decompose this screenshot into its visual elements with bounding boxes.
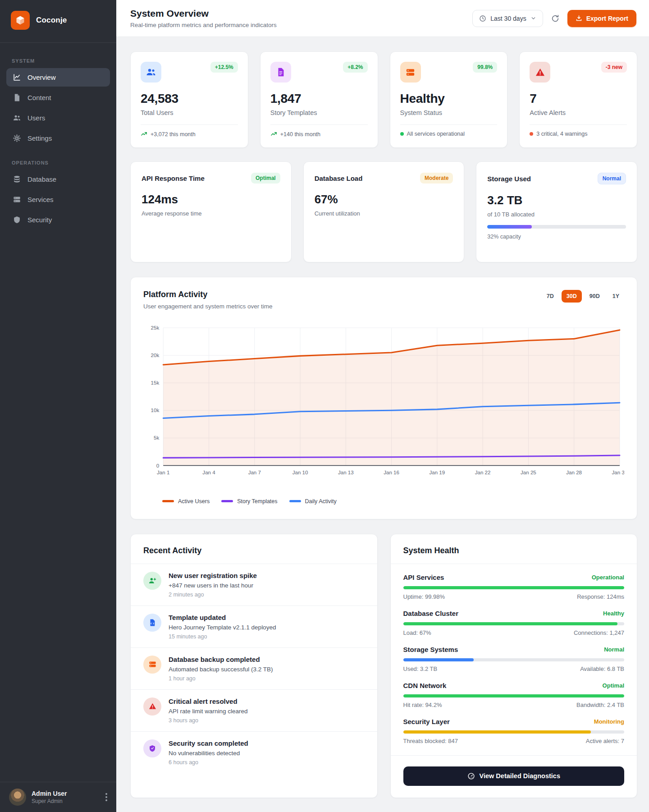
user-plus-icon xyxy=(143,572,161,590)
system-health-panel: System Health API Services Operational U… xyxy=(390,534,638,798)
svg-text:20k: 20k xyxy=(151,353,160,358)
metric-title: Storage Used xyxy=(487,175,531,183)
health-bar-fill xyxy=(403,730,591,734)
sidebar-item-services[interactable]: Services xyxy=(6,190,110,209)
chart-title: Platform Activity xyxy=(143,290,273,299)
nav-section-operations: OPERATIONS xyxy=(12,160,105,165)
health-bar-fill xyxy=(403,622,618,625)
svg-text:Jan 10: Jan 10 xyxy=(293,470,308,475)
sidebar-item-overview[interactable]: Overview xyxy=(6,68,110,87)
platform-activity-chart: 05k10k15k20k25kJan 1Jan 4Jan 7Jan 10Jan … xyxy=(143,321,624,488)
stat-footer-text: +3,072 this month xyxy=(151,131,196,138)
sidebar-item-settings[interactable]: Settings xyxy=(6,129,110,147)
activity-item: Critical alert resolved API rate limit w… xyxy=(143,690,365,731)
stat-card-active-alerts: -3 new 7 Active Alerts 3 critical, 4 war… xyxy=(519,51,637,148)
refresh-icon[interactable] xyxy=(551,14,559,23)
health-bar-fill xyxy=(403,694,625,697)
metric-value: 3.2 TB xyxy=(487,193,626,207)
range-button-30d[interactable]: 30D xyxy=(562,290,582,303)
metric-title: API Response Time xyxy=(142,174,205,182)
svg-text:15k: 15k xyxy=(151,380,160,385)
health-left-stat: Load: 67% xyxy=(403,629,431,636)
export-report-button[interactable]: Export Report xyxy=(567,10,636,27)
stat-footer-text: All services operational xyxy=(407,131,465,137)
svg-text:25k: 25k xyxy=(151,325,160,330)
view-detailed-diagnostics-button[interactable]: View Detailed Diagnostics xyxy=(403,766,625,786)
health-right-stat: Connections: 1,247 xyxy=(574,629,624,636)
storage-progress-label: 32% capacity xyxy=(487,234,626,240)
dashboard-content: +12.5% 24,583 Total Users +3,072 this mo… xyxy=(116,37,649,804)
svg-text:Jan 4: Jan 4 xyxy=(202,470,215,475)
svg-text:Jan 25: Jan 25 xyxy=(521,470,536,475)
stat-badge: -3 new xyxy=(601,62,627,73)
server-icon xyxy=(13,195,21,204)
stat-value: 24,583 xyxy=(141,92,238,106)
chevron-down-icon xyxy=(530,15,536,21)
download-icon xyxy=(576,15,582,22)
clock-icon xyxy=(479,15,486,22)
metric-card-storage-used: Storage Used Normal 3.2 TB of 10 TB allo… xyxy=(476,161,637,262)
range-button-1y[interactable]: 1Y xyxy=(608,290,624,303)
system-health-title: System Health xyxy=(403,546,625,555)
metric-title: Database Load xyxy=(315,174,363,182)
range-button-7d[interactable]: 7D xyxy=(542,290,559,303)
cube-icon xyxy=(15,15,26,26)
health-bar-track xyxy=(403,622,625,625)
sidebar-item-database[interactable]: Database xyxy=(6,170,110,188)
date-range-select[interactable]: Last 30 days xyxy=(472,10,543,27)
health-bar-fill xyxy=(403,658,474,661)
storage-progress-fill xyxy=(487,225,531,229)
activity-desc: Automated backup successful (3.2 TB) xyxy=(169,666,273,673)
health-status: Optimal xyxy=(603,682,624,689)
range-button-90d[interactable]: 90D xyxy=(585,290,605,303)
activity-title: Critical alert resolved xyxy=(169,697,248,705)
svg-text:10k: 10k xyxy=(151,408,160,413)
legend-swatch xyxy=(162,500,174,502)
kebab-menu-icon[interactable] xyxy=(105,796,107,798)
stat-value: 7 xyxy=(530,92,627,106)
health-bar-track xyxy=(403,658,625,661)
health-right-stat: Active alerts: 7 xyxy=(586,738,624,744)
sidebar-item-label: Security xyxy=(27,216,52,224)
stat-footer-text: 3 critical, 4 warnings xyxy=(536,131,587,137)
shield-icon xyxy=(143,739,161,757)
activity-item: Security scan completed No vulnerabiliti… xyxy=(143,732,365,773)
health-right-stat: Response: 124ms xyxy=(577,593,624,600)
recent-activity-panel: Recent Activity New user registration sp… xyxy=(130,534,378,798)
export-report-label: Export Report xyxy=(586,15,628,22)
stat-card-story-templates: +8.2% 1,847 Story Templates +140 this mo… xyxy=(260,51,378,148)
sidebar-item-content[interactable]: Content xyxy=(6,88,110,107)
metric-card-api-response: API Response Time Optimal 124ms Average … xyxy=(130,161,292,262)
svg-text:Jan 13: Jan 13 xyxy=(338,470,354,475)
health-bar-track xyxy=(403,730,625,734)
stat-label: System Status xyxy=(400,109,498,116)
metrics-row: API Response Time Optimal 124ms Average … xyxy=(130,161,637,262)
sidebar-item-label: Content xyxy=(27,94,51,101)
health-name: Storage Systems xyxy=(403,646,458,653)
server-icon xyxy=(143,656,161,674)
user-name: Admin User xyxy=(32,790,67,797)
gear-icon xyxy=(13,134,21,142)
health-name: CDN Network xyxy=(403,682,447,689)
stat-label: Story Templates xyxy=(270,109,368,116)
activity-desc: API rate limit warning cleared xyxy=(169,708,248,715)
brand-logo xyxy=(11,11,30,30)
svg-text:Jan 16: Jan 16 xyxy=(384,470,399,475)
main-area: System Overview Real-time platform metri… xyxy=(116,0,649,812)
divider xyxy=(391,564,637,564)
metric-subtitle: of 10 TB allocated xyxy=(487,211,626,218)
stat-badge: +8.2% xyxy=(343,62,367,73)
legend-swatch xyxy=(221,500,233,502)
date-range-value: Last 30 days xyxy=(490,15,526,22)
chart-legend: Active UsersStory TemplatesDaily Activit… xyxy=(162,498,624,505)
svg-text:Jan 28: Jan 28 xyxy=(566,470,582,475)
diagnostics-button-label: View Detailed Diagnostics xyxy=(480,772,560,780)
legend-swatch xyxy=(289,500,301,502)
health-name: Database Cluster xyxy=(403,610,459,617)
sidebar-user[interactable]: Admin User Super Admin xyxy=(0,782,116,812)
sidebar-item-users[interactable]: Users xyxy=(6,109,110,127)
health-bar-track xyxy=(403,694,625,697)
sidebar-item-security[interactable]: Security xyxy=(6,211,110,229)
health-status: Monitoring xyxy=(594,718,624,725)
health-row-cdn-network: CDN Network Optimal Hit rate: 94.2% Band… xyxy=(403,682,625,708)
